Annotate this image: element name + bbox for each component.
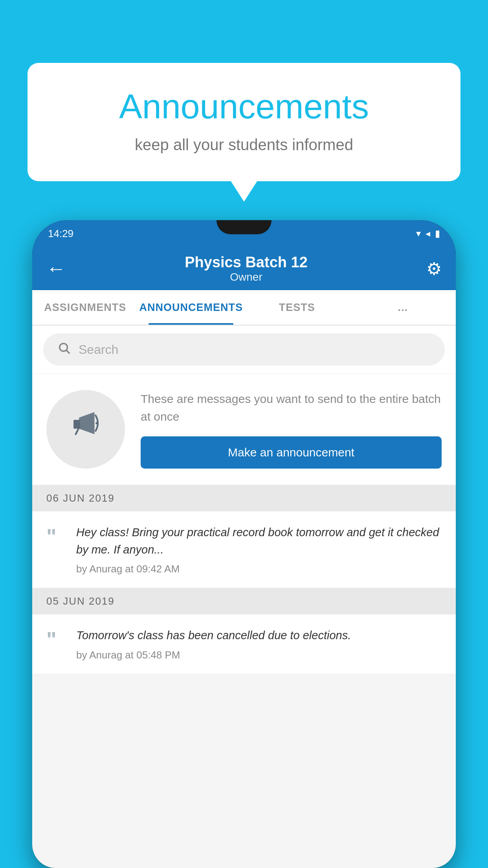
announcement-text-1: Hey class! Bring your practical record b…: [76, 524, 442, 558]
quote-icon-1: ": [46, 526, 64, 547]
status-bar: 14:29 ▾ ◂ ▮: [32, 220, 456, 247]
app-bar-title-section: Physics Batch 12 Owner: [66, 254, 426, 283]
announcement-content-2: Tomorrow's class has been cancelled due …: [76, 627, 442, 661]
quote-icon-2: ": [46, 629, 64, 650]
status-icons: ▾ ◂ ▮: [416, 228, 440, 239]
promo-description: These are messages you want to send to t…: [141, 390, 442, 425]
megaphone-icon: [68, 408, 103, 451]
announcement-meta-2: by Anurag at 05:48 PM: [76, 649, 442, 661]
tab-assignments[interactable]: ASSIGNMENTS: [32, 290, 138, 325]
phone-frame: 14:29 ▾ ◂ ▮ ← Physics Batch 12 Owner ⚙ A…: [32, 220, 456, 868]
svg-point-3: [95, 422, 98, 424]
speech-bubble: Announcements keep all your students inf…: [28, 63, 460, 181]
promo-content: These are messages you want to send to t…: [141, 390, 442, 469]
search-placeholder: Search: [79, 342, 118, 357]
signal-icon: ◂: [426, 228, 430, 239]
promo-card: These are messages you want to send to t…: [32, 374, 456, 484]
svg-point-0: [60, 344, 68, 351]
tab-tests[interactable]: TESTS: [244, 290, 350, 325]
promo-icon-circle: [46, 390, 125, 469]
app-bar-subtitle: Owner: [66, 271, 426, 283]
content-area: Search These are messages you want to se…: [32, 326, 456, 868]
app-bar-title: Physics Batch 12: [66, 254, 426, 271]
tab-announcements[interactable]: ANNOUNCEMENTS: [138, 290, 244, 325]
speech-bubble-title: Announcements: [59, 86, 429, 127]
announcement-item-1[interactable]: " Hey class! Bring your practical record…: [32, 511, 456, 588]
status-time: 14:29: [48, 228, 73, 240]
announcement-text-2: Tomorrow's class has been cancelled due …: [76, 627, 442, 644]
announcement-meta-1: by Anurag at 09:42 AM: [76, 563, 442, 575]
back-button[interactable]: ←: [46, 257, 66, 280]
announcement-content-1: Hey class! Bring your practical record b…: [76, 524, 442, 575]
tabs-bar: ASSIGNMENTS ANNOUNCEMENTS TESTS ...: [32, 290, 456, 326]
settings-icon[interactable]: ⚙: [426, 259, 442, 279]
announcement-item-2[interactable]: " Tomorrow's class has been cancelled du…: [32, 614, 456, 674]
battery-icon: ▮: [435, 228, 440, 239]
search-bar[interactable]: Search: [43, 333, 445, 366]
svg-line-1: [66, 350, 70, 353]
wifi-icon: ▾: [416, 228, 421, 239]
app-bar: ← Physics Batch 12 Owner ⚙: [32, 247, 456, 290]
speech-bubble-subtitle: keep all your students informed: [59, 136, 429, 154]
speech-bubble-section: Announcements keep all your students inf…: [28, 63, 460, 181]
tab-more[interactable]: ...: [350, 290, 456, 325]
search-container: Search: [32, 326, 456, 373]
make-announcement-button[interactable]: Make an announcement: [141, 436, 442, 469]
date-divider-1: 06 JUN 2019: [32, 485, 456, 511]
search-icon: [57, 341, 71, 358]
date-divider-2: 05 JUN 2019: [32, 588, 456, 614]
